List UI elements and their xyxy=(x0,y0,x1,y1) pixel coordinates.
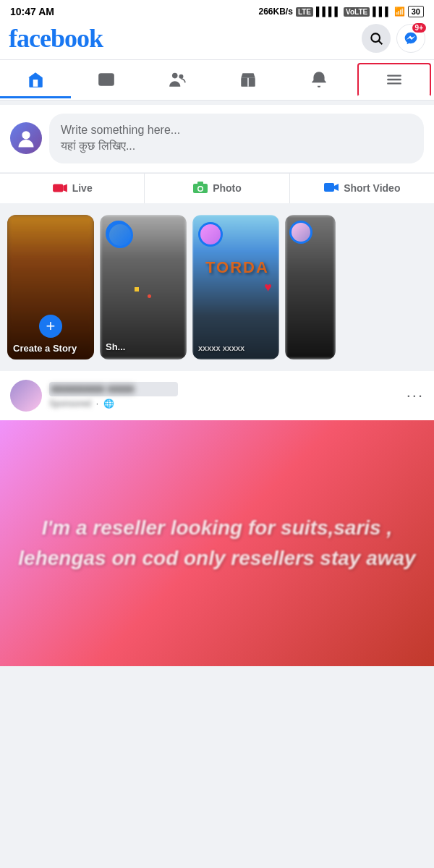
story3-label: xxxxx xxxxx xyxy=(198,344,273,352)
user-avatar xyxy=(10,122,42,154)
create-story-label: Create a Story xyxy=(13,343,88,354)
post-header: XXXXXXXX XXXX Sponsored · 🌐 ··· xyxy=(0,371,434,420)
story-4-card[interactable] xyxy=(285,215,336,359)
post-meta: Sponsored · 🌐 xyxy=(49,399,178,409)
svg-point-17 xyxy=(199,187,203,190)
action-row: Live Photo Short Video xyxy=(0,173,434,203)
svg-point-12 xyxy=(22,132,30,140)
live-camera-icon xyxy=(52,182,68,194)
post-meta-blurred: Sponsored xyxy=(49,399,91,409)
svg-point-5 xyxy=(172,73,178,79)
story-2-card[interactable]: Sh... xyxy=(100,215,187,359)
svg-marker-20 xyxy=(334,184,339,191)
nav-tabs xyxy=(0,60,434,101)
svg-rect-19 xyxy=(324,183,334,192)
bell-icon xyxy=(310,70,328,89)
network-speed: 266KB/s xyxy=(259,7,293,17)
post-more-button[interactable]: ··· xyxy=(407,386,424,405)
svg-marker-14 xyxy=(63,184,67,192)
svg-rect-2 xyxy=(33,80,38,87)
signal2-icon: ▌▌▌ xyxy=(373,7,391,17)
post-box: Write something here... यहां कुछ लिखिए..… xyxy=(0,105,434,172)
post-author-avatar xyxy=(10,380,42,412)
marketplace-icon xyxy=(239,70,258,89)
live-icon xyxy=(52,182,68,194)
lte-icon: LTE xyxy=(296,7,313,17)
shortvideo-camera-icon xyxy=(323,181,339,194)
story3-avatar xyxy=(198,222,223,247)
create-story-bg xyxy=(7,215,94,359)
feed-post: XXXXXXXX XXXX Sponsored · 🌐 ··· I'm a re… xyxy=(0,371,434,666)
stories-container: + Create a Story Sh... TORDA ♥ xxxxx xxx… xyxy=(7,215,434,359)
wifi-icon: 📶 xyxy=(394,7,405,17)
search-button[interactable] xyxy=(362,24,391,53)
post-author: XXXXXXXX XXXX Sponsored · 🌐 xyxy=(10,380,178,412)
svg-point-6 xyxy=(179,75,183,79)
tab-notifications[interactable] xyxy=(284,61,354,98)
shortvideo-icon xyxy=(323,181,339,196)
friends-icon xyxy=(168,70,187,89)
photo-button[interactable]: Photo xyxy=(145,174,289,203)
home-icon xyxy=(26,70,45,89)
messenger-badge: 9+ xyxy=(412,23,426,33)
shortvideo-button[interactable]: Short Video xyxy=(290,174,434,203)
shortvideo-label: Short Video xyxy=(344,182,400,194)
photo-label: Photo xyxy=(213,182,242,194)
story2-dot-yellow xyxy=(135,287,139,292)
stories-section: + Create a Story Sh... TORDA ♥ xxxxx xxx… xyxy=(0,208,434,367)
photo-icon xyxy=(192,181,208,196)
tab-menu[interactable] xyxy=(357,63,431,97)
battery-icon: 30 xyxy=(408,6,424,17)
story4-avatar xyxy=(289,221,312,244)
tab-watch[interactable] xyxy=(71,61,142,98)
messenger-button[interactable]: 9+ xyxy=(396,24,425,53)
tab-home[interactable] xyxy=(0,61,71,98)
watch-icon xyxy=(97,70,116,89)
story2-ring xyxy=(107,222,133,248)
status-time: 10:47 AM xyxy=(10,6,54,17)
live-button[interactable]: Live xyxy=(0,174,145,203)
post-author-name: XXXXXXXX XXXX xyxy=(49,382,178,396)
svg-rect-13 xyxy=(53,184,63,192)
tab-friends[interactable] xyxy=(142,61,213,98)
header: facebook 9+ xyxy=(0,20,434,60)
author-name-blurred: XXXXXXXX XXXX xyxy=(51,383,135,395)
story2-label: Sh... xyxy=(106,341,181,352)
search-icon xyxy=(369,31,383,46)
status-bar: 10:47 AM 266KB/s LTE ▌▌▌▌ VoLTE ▌▌▌ 📶 30 xyxy=(0,0,434,20)
status-right: 266KB/s LTE ▌▌▌▌ VoLTE ▌▌▌ 📶 30 xyxy=(259,6,425,17)
story3-heart: ♥ xyxy=(264,280,272,295)
story3-text: TORDA xyxy=(205,258,269,277)
hamburger-icon xyxy=(385,70,404,89)
story-3-card[interactable]: TORDA ♥ xxxxx xxxxx xyxy=(192,215,279,359)
post-privacy-icon: 🌐 xyxy=(103,399,114,409)
facebook-logo: facebook xyxy=(9,23,103,54)
post-input-box[interactable]: Write something here... यहां कुछ लिखिए..… xyxy=(49,114,424,163)
messenger-icon xyxy=(404,31,418,46)
story2-dot-red xyxy=(148,294,151,298)
signal-icon: ▌▌▌▌ xyxy=(316,7,341,17)
photo-camera-icon xyxy=(192,181,208,194)
create-story-card[interactable]: + Create a Story xyxy=(7,215,94,359)
avatar-user-icon xyxy=(16,128,36,148)
svg-line-1 xyxy=(379,41,383,45)
svg-rect-18 xyxy=(197,182,203,184)
live-label: Live xyxy=(72,182,93,194)
post-placeholder: Write something here... यहां कुछ लिखिए..… xyxy=(61,124,180,152)
header-icons: 9+ xyxy=(362,24,425,53)
post-author-info: XXXXXXXX XXXX Sponsored · 🌐 xyxy=(49,382,178,409)
post-image: I'm a reseller looking for suits,saris ,… xyxy=(0,420,434,666)
lte2-icon: VoLTE xyxy=(344,7,370,17)
post-image-text: I'm a reseller looking for suits,saris ,… xyxy=(0,498,434,588)
avatar-placeholder xyxy=(10,122,42,154)
svg-point-0 xyxy=(371,33,380,42)
tab-marketplace[interactable] xyxy=(213,61,284,98)
create-story-plus-icon: + xyxy=(39,315,62,338)
